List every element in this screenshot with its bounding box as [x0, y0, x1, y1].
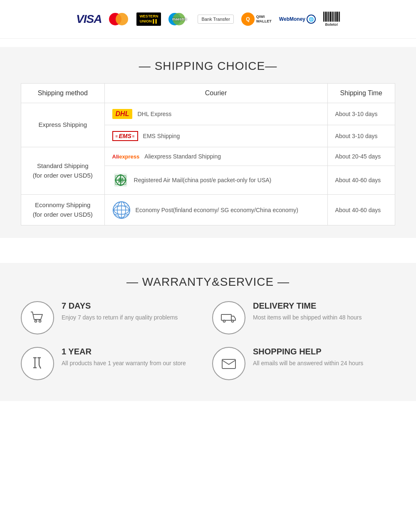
svg-text:邮: 邮 [118, 177, 123, 183]
table-row: Econnomy Shipping(for order over USD5) [21, 195, 395, 225]
dhl-time: About 3-10 days [327, 103, 395, 125]
warranty-item-delivery: DELIVERY TIME Most items will be shipped… [212, 301, 395, 334]
warranty-desc-delivery: Most items will be shipped within 48 hou… [253, 313, 362, 322]
warranty-desc-shopping-help: All emails will be answered within 24 ho… [253, 359, 363, 368]
warranty-inner: — WARRANTY&SERVICE — 7 DAYS Enjoy 7 days… [0, 263, 416, 401]
cart-icon [29, 309, 46, 326]
shipping-choice-section: — SHIPPING CHOICE— Shipping method Couri… [0, 39, 416, 246]
ems-logo: ≡ EMS ≡ [112, 131, 138, 141]
warranty-grid: 7 DAYS Enjoy 7 days to return if any qua… [21, 301, 395, 380]
webmoney-logo: WebMoney 🌐 [279, 15, 316, 24]
tools-icon-circle [21, 347, 54, 380]
visa-logo: VISA [76, 12, 102, 26]
western-union-logo: WESTERNUNION ▌▌ [136, 12, 161, 25]
tools-icon [29, 355, 46, 372]
un-courier-cell: Economy Post(finland economy/ SG economy… [104, 195, 327, 225]
ems-time: About 3-10 days [327, 125, 395, 147]
svg-point-13 [35, 320, 37, 322]
shipping-title: — SHIPPING CHOICE— [21, 59, 395, 73]
col-time: Shipping Time [327, 84, 395, 103]
boleto-logo: Boleto! [323, 12, 340, 27]
warranty-title: — WARRANTY&SERVICE — [21, 275, 395, 289]
truck-icon [220, 309, 237, 326]
warranty-title-1year: 1 YEAR [62, 347, 186, 356]
table-row: Standard Shipping(for order over USD5) A… [21, 147, 395, 166]
svg-point-17 [232, 320, 234, 322]
dhl-courier-cell: DHL DHL Express [104, 103, 327, 125]
warranty-content-shopping-help: SHOPPING HELP All emails will be answere… [253, 347, 363, 368]
mastercard-logo [109, 13, 129, 25]
aliexpress-courier-cell: Aliexpress Aliexpress Standard Shipping [104, 147, 327, 166]
svg-point-16 [223, 320, 225, 322]
shipping-table: Shipping method Courier Shipping Time Ex… [21, 83, 395, 225]
warranty-title-delivery: DELIVERY TIME [253, 301, 362, 311]
email-icon-circle [212, 347, 245, 380]
warranty-title-7days: 7 DAYS [62, 301, 178, 311]
svg-point-14 [39, 320, 41, 322]
qiwi-logo: Q QIWIWALLET [241, 12, 272, 26]
svg-rect-15 [221, 314, 231, 320]
economy-post-label: Economy Post(finland economy/ SG economy… [136, 207, 298, 213]
email-icon [220, 355, 237, 372]
aliexpress-logo: Aliexpress [112, 153, 140, 160]
ems-label: EMS Shipping [143, 133, 180, 139]
table-header-row: Shipping method Courier Shipping Time [21, 84, 395, 103]
ems-courier-cell: ≡ EMS ≡ EMS Shipping [104, 125, 327, 147]
table-row: Express Shipping DHL DHL Express About 3… [21, 103, 395, 125]
warranty-title-shopping-help: SHOPPING HELP [253, 347, 363, 356]
standard-shipping-method: Standard Shipping(for order over USD5) [21, 147, 105, 195]
warranty-item-7days: 7 DAYS Enjoy 7 days to return if any qua… [21, 301, 204, 334]
chinapost-logo: 邮 [112, 172, 129, 188]
bank-transfer-logo: Bank Transfer [198, 15, 233, 24]
warranty-content-delivery: DELIVERY TIME Most items will be shipped… [253, 301, 362, 322]
warranty-desc-7days: Enjoy 7 days to return if any quality pr… [62, 313, 178, 322]
express-shipping-method: Express Shipping [21, 103, 105, 147]
payment-logos-section: VISA WESTERNUNION ▌▌ maestro Bank Transf… [0, 0, 416, 39]
warranty-content-1year: 1 YEAR All products have 1 year warranty… [62, 347, 186, 368]
chinapost-label: Registered Air Mail(china post/e packet-… [134, 177, 272, 183]
col-method: Shipping method [21, 84, 105, 103]
chinapost-courier-cell: 邮 Registered Air Mail(china post/e packe… [104, 166, 327, 195]
economy-shipping-method: Econnomy Shipping(for order over USD5) [21, 195, 105, 225]
aliexpress-label: Aliexpress Standard Shipping [144, 153, 221, 160]
col-courier: Courier [104, 84, 327, 103]
dhl-logo: DHL [112, 109, 133, 119]
aliexpress-time: About 20-45 days [327, 147, 395, 166]
warranty-item-shopping-help: SHOPPING HELP All emails will be answere… [212, 347, 395, 380]
un-logo [112, 201, 131, 219]
economy-time: About 40-60 days [327, 195, 395, 225]
shipping-choice-inner: — SHIPPING CHOICE— Shipping method Couri… [0, 47, 416, 238]
dhl-label: DHL Express [137, 111, 171, 117]
warranty-item-1year: 1 YEAR All products have 1 year warranty… [21, 347, 204, 380]
warranty-content-7days: 7 DAYS Enjoy 7 days to return if any qua… [62, 301, 178, 322]
warranty-section: — WARRANTY&SERVICE — 7 DAYS Enjoy 7 days… [0, 246, 416, 409]
chinapost-time: About 40-60 days [327, 166, 395, 195]
truck-icon-circle [212, 301, 245, 334]
warranty-desc-1year: All products have 1 year warranty from o… [62, 359, 186, 368]
maestro-logo: maestro [168, 12, 190, 26]
cart-icon-circle [21, 301, 54, 334]
